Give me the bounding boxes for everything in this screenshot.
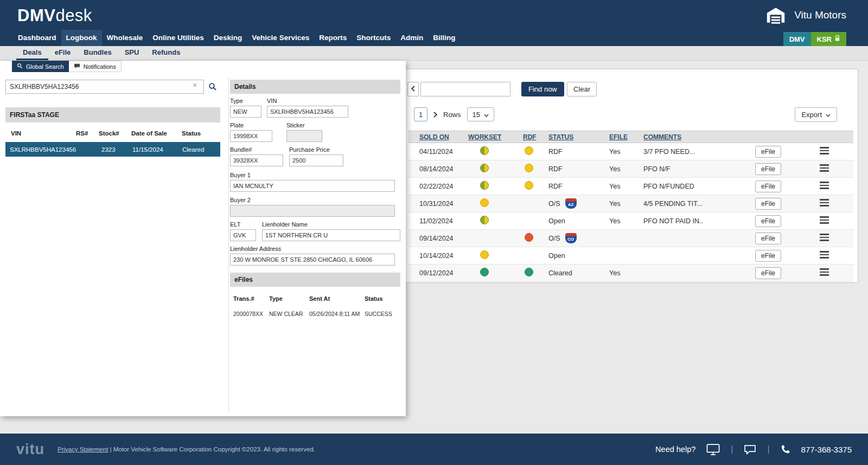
vin-value[interactable] bbox=[267, 106, 348, 118]
status-text: O/S bbox=[548, 200, 560, 208]
sort-comments[interactable]: COMMENTS bbox=[638, 133, 752, 141]
table-row: 08/14/2024 RDF Yes PFO N/F eFile bbox=[409, 160, 853, 178]
buyer2-value[interactable] bbox=[230, 205, 395, 217]
sort-rdf[interactable]: RDF bbox=[516, 133, 543, 141]
sub-nav: Deals eFile Bundles SPU Refunds bbox=[0, 46, 868, 61]
row-menu-icon[interactable] bbox=[820, 145, 829, 156]
support-phone-number[interactable]: 877-368-3375 bbox=[801, 445, 852, 454]
clear-search-icon[interactable]: × bbox=[193, 81, 197, 89]
row-menu-icon[interactable] bbox=[820, 232, 829, 243]
subnav-spu[interactable]: SPU bbox=[118, 46, 146, 60]
status-cell: O/SAZ bbox=[543, 198, 605, 209]
subnav-deals[interactable]: Deals bbox=[16, 46, 48, 60]
comments-cell: PFO N/F bbox=[638, 165, 752, 173]
subnav-refunds[interactable]: Refunds bbox=[145, 46, 187, 60]
search-submit-button[interactable] bbox=[206, 81, 219, 94]
nav-item-wholesale[interactable]: Wholesale bbox=[102, 30, 148, 46]
sort-status[interactable]: STATUS bbox=[543, 133, 605, 141]
plate-value[interactable] bbox=[230, 130, 272, 142]
rdf-cell bbox=[516, 250, 543, 261]
status-text: RDF bbox=[548, 183, 563, 190]
purchase-price-value[interactable] bbox=[289, 154, 343, 166]
efile-button[interactable]: eFile bbox=[755, 267, 781, 279]
nav-item-dashboard[interactable]: Dashboard bbox=[13, 30, 61, 46]
field-purchase-price: Purchase Price bbox=[289, 146, 343, 166]
rdf-indicator bbox=[525, 181, 533, 190]
tab-notifications[interactable]: Notifications bbox=[69, 61, 122, 72]
sticker-value[interactable] bbox=[286, 130, 322, 142]
dmv-badge[interactable]: DMV bbox=[783, 32, 811, 46]
lienholder-address-value[interactable] bbox=[230, 254, 395, 266]
lienholder-name-value[interactable] bbox=[262, 229, 400, 241]
elt-value[interactable] bbox=[230, 229, 256, 241]
purchase-price-label: Purchase Price bbox=[289, 146, 343, 153]
col-stock: Stock# bbox=[99, 130, 131, 137]
row-menu-icon[interactable] bbox=[820, 249, 829, 260]
result-status: Cleared bbox=[182, 146, 220, 153]
status-cell: RDF bbox=[543, 165, 605, 173]
content-area: Find now Clear 1 Rows 15 Export bbox=[0, 61, 868, 434]
nav-item-billing[interactable]: Billing bbox=[428, 30, 460, 46]
row-menu-icon[interactable] bbox=[820, 215, 829, 225]
lienholder-address-label: Lienholder Address bbox=[230, 246, 395, 252]
ksr-badge[interactable]: KSR bbox=[811, 32, 846, 46]
menu-cell bbox=[803, 267, 853, 279]
efile-button[interactable]: eFile bbox=[755, 232, 781, 244]
global-search-input[interactable] bbox=[5, 80, 204, 94]
details-section-header: Details bbox=[230, 80, 400, 94]
rdf-cell bbox=[516, 216, 543, 226]
nav-item-admin[interactable]: Admin bbox=[395, 30, 428, 46]
rows-per-page-select[interactable]: 15 bbox=[467, 107, 494, 121]
footer-divider: | bbox=[767, 444, 769, 454]
nav-item-reports[interactable]: Reports bbox=[314, 30, 352, 46]
collapse-panel-button[interactable] bbox=[407, 82, 419, 96]
efile-button[interactable]: eFile bbox=[755, 146, 781, 158]
subnav-efile[interactable]: eFile bbox=[48, 46, 78, 60]
table-row: 10/31/2024 O/SAZ Yes 4/5 PENDING TIT... … bbox=[409, 195, 853, 212]
sort-efile[interactable]: EFILE bbox=[605, 133, 638, 141]
subnav-bundles[interactable]: Bundles bbox=[77, 46, 118, 60]
tab-global-search[interactable]: Global Search bbox=[12, 61, 69, 72]
footer: vitu Privacy Statement | Motor Vehicle S… bbox=[0, 434, 868, 465]
nav-item-vehicle-services[interactable]: Vehicle Services bbox=[247, 30, 314, 46]
efile-button[interactable]: eFile bbox=[755, 250, 781, 262]
nav-item-online-utilities[interactable]: Online Utilities bbox=[148, 30, 209, 46]
efiles-table: Trans.# Type Sent At Status 2000078XX NE… bbox=[230, 295, 400, 317]
row-menu-icon[interactable] bbox=[820, 163, 829, 173]
workset-indicator bbox=[480, 250, 489, 259]
sort-workset[interactable]: WORKSET bbox=[463, 133, 516, 141]
buyer1-value[interactable] bbox=[230, 180, 395, 192]
efile-button[interactable]: eFile bbox=[755, 215, 781, 227]
bundle-value[interactable] bbox=[230, 154, 283, 166]
status-text: RDF bbox=[548, 165, 563, 173]
next-page-icon[interactable] bbox=[433, 112, 437, 118]
row-menu-icon[interactable] bbox=[820, 180, 829, 191]
sold-on-cell: 04/11/2024 bbox=[409, 148, 463, 156]
action-cell: eFile bbox=[752, 215, 803, 227]
logo-bold: DMV bbox=[17, 6, 55, 25]
nav-item-shortcuts[interactable]: Shortcuts bbox=[352, 30, 395, 46]
privacy-statement-link[interactable]: Privacy Statement bbox=[58, 446, 108, 453]
result-row-selected[interactable]: SXLRHBBV5HA123456 2323 11/15/2024 Cleare… bbox=[5, 142, 220, 157]
efile-button[interactable]: eFile bbox=[755, 198, 781, 210]
row-menu-icon[interactable] bbox=[820, 267, 829, 277]
efile-button[interactable]: eFile bbox=[755, 163, 781, 175]
chat-icon[interactable] bbox=[744, 444, 756, 455]
nav-item-logbook[interactable]: Logbook bbox=[61, 30, 102, 46]
garage-icon bbox=[765, 6, 787, 24]
sort-sold-on[interactable]: SOLD ON bbox=[409, 133, 463, 141]
workset-cell bbox=[463, 250, 516, 261]
status-cell: Open bbox=[543, 252, 605, 260]
deal-search-input[interactable] bbox=[420, 82, 510, 96]
comments-cell: 4/5 PENDING TIT... bbox=[638, 200, 752, 208]
remote-support-icon[interactable] bbox=[706, 444, 720, 455]
type-value[interactable] bbox=[230, 106, 261, 118]
efile-button[interactable]: eFile bbox=[755, 180, 781, 192]
page-number-button[interactable]: 1 bbox=[414, 107, 427, 121]
row-menu-icon[interactable] bbox=[820, 197, 829, 208]
col-vin: VIN bbox=[5, 130, 76, 137]
export-button[interactable]: Export bbox=[795, 107, 837, 122]
clear-button[interactable]: Clear bbox=[567, 82, 597, 96]
find-now-button[interactable]: Find now bbox=[521, 82, 564, 96]
nav-item-desking[interactable]: Desking bbox=[209, 30, 247, 46]
